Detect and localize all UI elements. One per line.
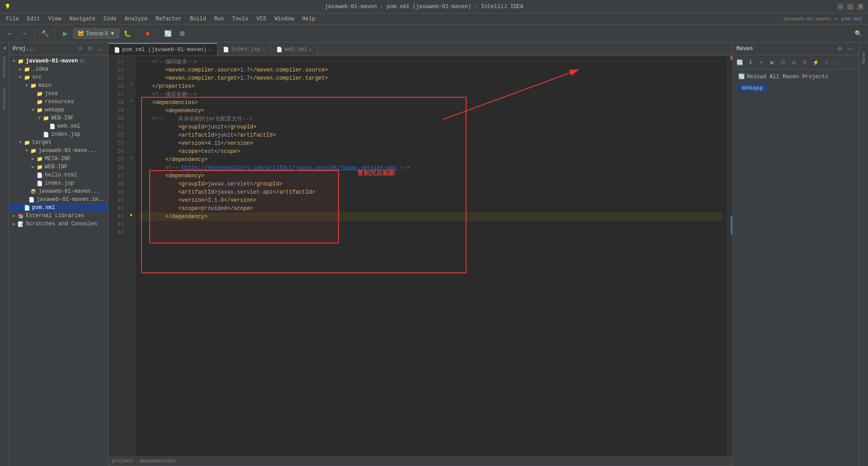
tree-index-jsp-target[interactable]: ▶ 📄 index.jsp [9, 179, 108, 187]
scroll-thumb[interactable] [731, 216, 732, 234]
maven-reload-btn-toolbar[interactable]: 🔄 [735, 57, 745, 67]
code-line-31: <groupId>junit</groupId> [139, 123, 722, 131]
tree-main[interactable]: ▼ 📁 main [9, 81, 108, 90]
stop-btn[interactable]: ■ [142, 27, 154, 40]
maximize-btn[interactable]: □ [847, 4, 854, 10]
mvn-link[interactable]: https://mvnrepository.com/artifact/javax… [182, 165, 396, 171]
tree-ext-libs[interactable]: ▶ 📚 External Libraries [9, 212, 108, 220]
tree-label-java: java [45, 90, 58, 97]
tree-webinf-target[interactable]: ▶ 📁 WEB-INF [9, 163, 108, 171]
tree-target[interactable]: ▼ 📁 target [9, 138, 108, 147]
code-line-41: <scope>provided</scope> [139, 204, 722, 213]
search-btn[interactable]: 🔍 [852, 27, 864, 40]
tree-web-xml[interactable]: ▶ 📄 web.xml [9, 122, 108, 130]
src-folder-icon: 📁 [24, 74, 31, 81]
maven-lifecycle-btn[interactable]: m [778, 57, 788, 67]
panel-settings-btn[interactable]: ⚙ [85, 44, 94, 53]
target-sub-icon: 📁 [30, 147, 37, 154]
menu-help[interactable]: Help [298, 15, 319, 23]
iml-icon: 📄 [28, 196, 35, 203]
left-sidebar: ◀ Structure Favorites [0, 43, 9, 466]
tree-resources[interactable]: ▶ 📁 resources [9, 98, 108, 106]
breadcrumb-project[interactable]: project [112, 458, 133, 464]
tab-web-xml[interactable]: 📄 web.xml ✕ [271, 43, 318, 56]
maven-add-btn[interactable]: + [756, 57, 766, 67]
settings-btn[interactable]: ⚙ [176, 27, 189, 40]
maven-run-btn[interactable]: ▶ [767, 57, 777, 67]
maven-settings-btn[interactable]: ⚙ [835, 44, 844, 54]
maven-vtab[interactable]: Maven [860, 44, 868, 71]
maven-reload-all-btn[interactable]: 🔄 Reload All Maven Projects [735, 71, 857, 82]
tree-target-sub[interactable]: ▼ 📁 javaweb-01-mave... [9, 147, 108, 155]
project-panel-title: Proj... [13, 46, 35, 52]
menu-run[interactable]: Run [211, 15, 228, 23]
tree-webinf[interactable]: ▼ 📁 WEB-INF [9, 114, 108, 122]
project-icon[interactable]: ◀ [0, 44, 9, 52]
maven-skip-btn[interactable]: ⊘ [789, 57, 799, 67]
tree-arrow-main: ▼ [24, 82, 30, 89]
sync-btn[interactable]: 🔄 [162, 27, 175, 40]
maven-more-btn[interactable]: … [832, 57, 842, 67]
structure-tab[interactable]: Structure [1, 53, 8, 81]
menu-analyze[interactable]: Analyze [121, 15, 151, 23]
panel-minimize-btn[interactable]: — [95, 44, 104, 53]
maven-download-btn[interactable]: ⬇ [745, 57, 755, 67]
index-jsp-target-icon: 📄 [36, 180, 43, 187]
tree-src[interactable]: ▼ 📁 src [9, 73, 108, 81]
menu-edit[interactable]: Edit [24, 15, 44, 23]
tree-java[interactable]: ▶ 📁 java [9, 90, 108, 98]
forward-btn[interactable]: → [18, 27, 31, 40]
tree-label-iml: javaweb-01-maven.im... [37, 196, 108, 203]
menu-view[interactable]: View [45, 15, 65, 23]
menu-window[interactable]: Window [271, 15, 297, 23]
ext-libs-icon: 📚 [17, 212, 24, 219]
menu-file[interactable]: File [2, 15, 23, 23]
tree-label-target-sub: javaweb-01-mave... [38, 147, 97, 154]
menu-bar: File Edit View Navigate Code Analyze Ref… [0, 14, 868, 24]
tree-pom-xml[interactable]: ▶ 📄 pom.xml [9, 204, 108, 212]
run-btn[interactable]: ▶ [59, 27, 71, 40]
tab-index-jsp[interactable]: 📄 index.jsp ✕ [217, 43, 271, 56]
build-btn[interactable]: 🔨 [38, 27, 51, 40]
maven-refresh-btn[interactable]: ↺ [800, 57, 810, 67]
menu-refactor[interactable]: Refactor [152, 15, 185, 23]
minimize-btn[interactable]: ─ [837, 4, 844, 10]
maven-minimize-btn[interactable]: — [845, 44, 855, 54]
debug-btn[interactable]: 🐛 [121, 27, 134, 40]
maven-generate-btn[interactable]: ⚡ [811, 57, 821, 67]
tab-index-close[interactable]: ✕ [262, 47, 265, 52]
breadcrumb-dependencies[interactable]: dependencies [140, 458, 175, 464]
menu-navigate[interactable]: Navigate [66, 15, 99, 23]
project-panel-tools: ⟳ ⚙ — [75, 44, 104, 53]
maven-filter-btn[interactable]: = [821, 57, 831, 67]
tree-jar[interactable]: ▶ 📦 javaweb-01-maven... [9, 187, 108, 195]
back-btn[interactable]: ← [4, 27, 16, 40]
tree-idea[interactable]: ▶ 📁 .idea [9, 65, 108, 73]
tree-index-jsp-webapp[interactable]: ▶ 📄 index.jsp [9, 130, 108, 138]
tree-meta-inf[interactable]: ▶ 📁 META-INF [9, 155, 108, 163]
tree-project-root[interactable]: ▼ 📁 javaweb-01-maven Dy [9, 57, 108, 65]
hello-html-icon: 📄 [36, 171, 43, 179]
tab-pom-xml[interactable]: 📄 pom.xml (javaweb-01-maven) ✕ [108, 43, 217, 56]
current-file: ▸ pom.xml [835, 16, 862, 22]
favorites-tab[interactable]: Favorites [1, 85, 8, 112]
target-folder-icon: 📁 [24, 139, 31, 146]
menu-tools[interactable]: Tools [229, 15, 252, 23]
editor-content[interactable]: 23 24 25 26 27 28 29 30 31 32 33 34 35 3… [108, 56, 732, 456]
maven-webapp-item[interactable]: Webapp [735, 82, 857, 94]
code-content[interactable]: 复制完后刷新 <!--编码版本--> <maven.compiler.sourc… [136, 56, 726, 456]
tree-hello-html[interactable]: ▶ 📄 hello.html [9, 171, 108, 179]
tab-web-xml-close[interactable]: ✕ [309, 47, 312, 52]
tree-iml[interactable]: ▶ 📄 javaweb-01-maven.im... [9, 195, 108, 204]
menu-vcs[interactable]: VCS [253, 15, 270, 23]
menu-code[interactable]: Code [100, 15, 120, 23]
tree-label-pom: pom.xml [32, 204, 55, 211]
tree-scratches[interactable]: ▶ 📝 Scratches and Consoles [9, 220, 108, 228]
tomcat-config-btn[interactable]: 🐱 Tomcat 8 ▼ [73, 29, 119, 38]
panel-sync-btn[interactable]: ⟳ [75, 44, 85, 53]
menu-build[interactable]: Build [186, 15, 210, 23]
tab-pom-close[interactable]: ✕ [208, 47, 212, 53]
close-btn[interactable]: ✕ [857, 4, 863, 10]
tree-webapp[interactable]: ▼ 📁 webapp [9, 106, 108, 114]
code-line-42: </dependency> [139, 213, 722, 221]
